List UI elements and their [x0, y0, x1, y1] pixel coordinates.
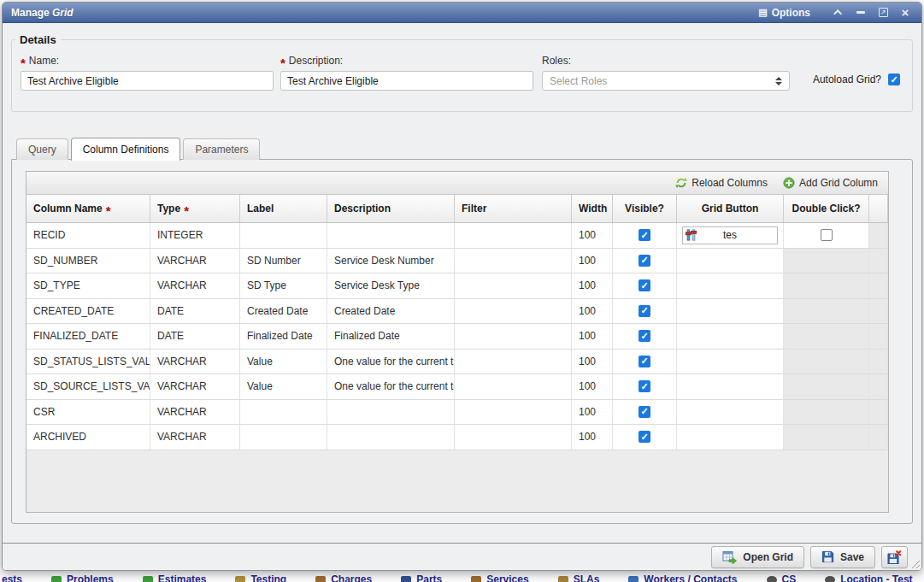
cell-filter [455, 425, 572, 450]
menu-item-cs[interactable]: CS [767, 573, 797, 582]
grid-row-finalized-date: FINALIZED_DATEDATEFinalized DateFinalize… [26, 324, 888, 350]
menu-item-location-test[interactable]: Location - Test [825, 573, 912, 582]
grid-empty-area [26, 450, 888, 513]
tab-query[interactable]: Query [16, 138, 68, 160]
cell-column-name: FINALIZED_DATE [26, 324, 150, 349]
visible-checkbox[interactable]: ✓ [639, 431, 650, 443]
column-header-double-click[interactable]: Double Click? [784, 195, 869, 222]
column-header-label: Visible? [625, 203, 664, 215]
reload-columns-button[interactable]: Reload Columns [675, 177, 768, 189]
grid-button-input[interactable]: tes [682, 226, 778, 244]
save-and-close-button[interactable] [881, 546, 908, 568]
cell-filter [455, 249, 572, 273]
column-header-width[interactable]: Width [572, 195, 613, 222]
visible-checkbox[interactable]: ✓ [639, 229, 650, 241]
menu-item-parts[interactable]: Parts [401, 573, 442, 582]
cell-width: 100 [572, 249, 613, 273]
collapse-button[interactable] [831, 6, 846, 20]
menu-item-problems[interactable]: Problems [51, 573, 114, 582]
cell-double-click [784, 223, 869, 248]
open-grid-button[interactable]: Open Grid [711, 546, 804, 568]
column-header-description[interactable]: Description [327, 195, 455, 222]
cell-filter [455, 324, 572, 349]
options-button[interactable]: ▤ Options [758, 7, 810, 19]
cell-filter [455, 273, 572, 298]
double-click-checkbox[interactable] [821, 229, 833, 241]
menu-item-label: CS [782, 573, 797, 582]
menu-item-slas[interactable]: SLAs [558, 573, 600, 582]
leaf-icon [143, 576, 153, 582]
popout-button[interactable]: ↗ [875, 6, 891, 20]
column-header-type[interactable]: Type* [150, 195, 240, 222]
menu-item-workers-contacts[interactable]: Workers / Contacts [628, 573, 737, 582]
visible-checkbox[interactable]: ✓ [639, 279, 650, 291]
cell-column-name: SD_TYPE [26, 273, 150, 298]
menu-item-services[interactable]: Services [471, 573, 528, 582]
column-header-grid-button[interactable]: Grid Button [677, 195, 784, 222]
menu-item-estimates[interactable]: Estimates [143, 573, 207, 582]
add-grid-column-button[interactable]: Add Grid Column [783, 177, 878, 189]
column-header-label: Filter [462, 203, 486, 215]
visible-checkbox[interactable]: ✓ [639, 406, 650, 418]
cell-label [240, 425, 327, 450]
required-icon: * [184, 207, 189, 215]
resize-handle[interactable] [910, 559, 920, 568]
column-header-visible[interactable]: Visible? [613, 195, 677, 222]
cell-spacer [869, 425, 888, 450]
cell-spacer [869, 400, 888, 425]
menu-item-label: Parts [416, 573, 442, 582]
close-button[interactable]: × [898, 6, 913, 20]
gold-icon [235, 576, 245, 582]
name-input[interactable] [21, 71, 274, 91]
cell-spacer [869, 273, 888, 298]
cell-filter [455, 374, 572, 399]
column-header-filter[interactable]: Filter [455, 195, 572, 222]
logo-icon [825, 576, 835, 582]
cell-spacer [869, 299, 888, 324]
required-icon: * [106, 207, 111, 215]
menu-item-ests[interactable]: ests [2, 573, 22, 582]
menu-item-label: Charges [331, 573, 372, 582]
menu-item-testing[interactable]: Testing [235, 573, 286, 582]
cell-width: 100 [572, 350, 613, 374]
cell-description [327, 223, 455, 248]
cell-width: 100 [572, 374, 613, 399]
tan-icon [558, 576, 568, 582]
cell-filter [455, 299, 572, 324]
visible-checkbox[interactable]: ✓ [639, 305, 650, 317]
column-definitions-panel: Reload Columns Add Grid Column Column Na… [11, 159, 913, 524]
minimize-button[interactable] [853, 6, 868, 20]
cell-double-click [784, 324, 869, 349]
visible-checkbox[interactable]: ✓ [639, 330, 650, 342]
autoload-grid-checkbox[interactable]: ✓ [888, 73, 900, 85]
column-header-column-name[interactable]: Column Name* [26, 195, 150, 222]
save-button[interactable]: Save [810, 546, 875, 568]
tab-column-definitions[interactable]: Column Definitions [71, 138, 181, 161]
cell-width: 100 [572, 400, 613, 425]
cell-column-name: CSR [26, 400, 150, 425]
dialog-titlebar[interactable]: Manage Grid ▤ Options ↗ × [3, 3, 921, 23]
menu-item-charges[interactable]: Charges [315, 573, 372, 582]
cell-description [327, 425, 455, 450]
roles-select[interactable]: Select Roles [542, 71, 790, 91]
cell-grid-button [677, 324, 784, 349]
cell-column-name: SD_STATUS_LISTS_VALUE [26, 350, 150, 374]
column-header-label: Column Name [33, 203, 103, 215]
visible-checkbox[interactable]: ✓ [639, 380, 650, 392]
column-header-label: Grid Button [702, 203, 759, 215]
cell-width: 100 [572, 299, 613, 324]
visible-checkbox[interactable]: ✓ [639, 356, 650, 367]
cell-description: Created Date [327, 299, 455, 324]
cell-type: DATE [150, 324, 240, 349]
description-input[interactable] [280, 71, 533, 91]
grid-header: Column Name*Type*LabelDescriptionFilterW… [26, 195, 888, 223]
cell-label: SD Number [240, 249, 327, 273]
visible-checkbox[interactable]: ✓ [639, 255, 650, 267]
cell-description [327, 400, 455, 425]
column-header-label[interactable]: Label [240, 195, 327, 222]
cell-label: SD Type [240, 273, 327, 298]
menu-item-label: ests [2, 573, 22, 582]
tab-parameters[interactable]: Parameters [183, 138, 260, 160]
cell-type: VARCHAR [150, 400, 240, 425]
cell-column-name: CREATED_DATE [26, 299, 150, 324]
